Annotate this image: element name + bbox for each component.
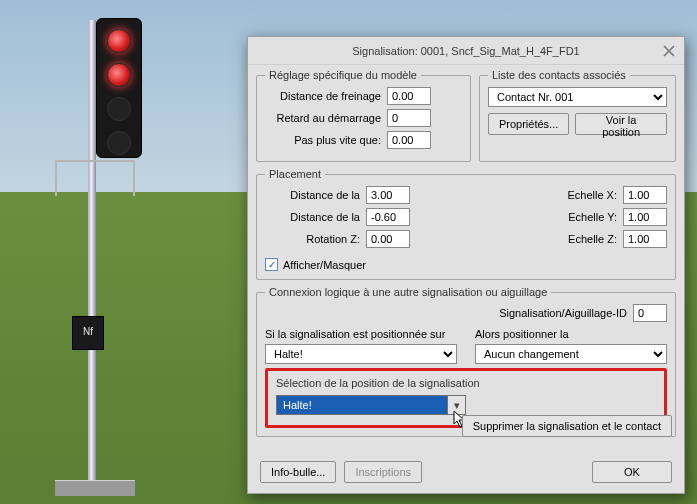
contact-properties-button[interactable]: Propriétés... xyxy=(488,113,569,135)
contacts-select[interactable]: Contact Nr. 001 xyxy=(488,87,667,107)
signal-light-off-1 xyxy=(107,97,131,121)
brake-distance-label: Distance de freinage xyxy=(265,90,381,102)
placement-group: Placement Distance de la Distance de la … xyxy=(256,168,676,280)
model-settings-group: Réglage spécifique du modèle Distance de… xyxy=(256,69,471,162)
chevron-down-icon: ▾ xyxy=(447,396,465,414)
placement-dist2-input[interactable] xyxy=(366,208,410,226)
brake-distance-input[interactable] xyxy=(387,87,431,105)
tooltip-button[interactable]: Info-bulle... xyxy=(260,461,336,483)
scale-z-input[interactable] xyxy=(623,230,667,248)
signal-light-red-1 xyxy=(107,29,131,53)
ok-button[interactable]: OK xyxy=(592,461,672,483)
start-delay-label: Retard au démarrage xyxy=(265,112,381,124)
placement-rotz-input[interactable] xyxy=(366,230,410,248)
placement-legend: Placement xyxy=(265,168,325,180)
connection-legend: Connexion logique à une autre signalisat… xyxy=(265,286,551,298)
placement-rotz-label: Rotation Z: xyxy=(265,233,360,245)
max-speed-label: Pas plus vite que: xyxy=(265,134,381,146)
contacts-group: Liste des contacts associés Contact Nr. … xyxy=(479,69,676,162)
if-positioned-label: Si la signalisation est positionnée sur xyxy=(265,328,457,340)
scale-y-label: Echelle Y: xyxy=(557,211,617,223)
scale-z-label: Echelle Z: xyxy=(557,233,617,245)
then-position-select[interactable]: Aucun changement xyxy=(475,344,667,364)
contact-view-position-button[interactable]: Voir la position xyxy=(575,113,667,135)
position-selection-dropdown[interactable]: Halte! ▾ xyxy=(276,395,466,415)
signal-properties-dialog: Signalisation: 0001, Sncf_Sig_Mat_H_4F_F… xyxy=(247,36,685,494)
scale-x-label: Echelle X: xyxy=(557,189,617,201)
dialog-titlebar: Signalisation: 0001, Sncf_Sig_Mat_H_4F_F… xyxy=(248,37,684,65)
position-selection-value: Halte! xyxy=(283,399,312,411)
signal-base xyxy=(55,480,135,496)
model-legend: Réglage spécifique du modèle xyxy=(265,69,421,81)
placement-dist2-label: Distance de la xyxy=(265,211,360,223)
signal-mast xyxy=(88,20,96,490)
signal-switch-id-label: Signalisation/Aiguillage-ID xyxy=(499,307,627,319)
if-positioned-select[interactable]: Halte! xyxy=(265,344,457,364)
start-delay-input[interactable] xyxy=(387,109,431,127)
selection-legend: Sélection de la position de la signalisa… xyxy=(276,377,656,389)
dialog-title: Signalisation: 0001, Sncf_Sig_Mat_H_4F_F… xyxy=(352,45,579,57)
placement-dist1-input[interactable] xyxy=(366,186,410,204)
show-hide-checkbox[interactable]: ✓ Afficher/Masquer xyxy=(265,258,667,271)
signal-light-off-2 xyxy=(107,131,131,155)
then-position-label: Alors positionner la xyxy=(475,328,667,340)
signal-plate: Nf xyxy=(72,316,104,350)
max-speed-input[interactable] xyxy=(387,131,431,149)
inscriptions-button[interactable]: Inscriptions xyxy=(344,461,422,483)
signal-bracket xyxy=(55,160,135,196)
scale-y-input[interactable] xyxy=(623,208,667,226)
placement-dist1-label: Distance de la xyxy=(265,189,360,201)
close-icon[interactable] xyxy=(660,42,678,60)
checkmark-icon: ✓ xyxy=(265,258,278,271)
show-hide-label: Afficher/Masquer xyxy=(283,259,366,271)
signal-head xyxy=(96,18,142,158)
signal-light-red-2 xyxy=(107,63,131,87)
scale-x-input[interactable] xyxy=(623,186,667,204)
signal-switch-id-input[interactable] xyxy=(633,304,667,322)
delete-signal-contact-button[interactable]: Supprimer la signalisation et le contact xyxy=(462,415,672,437)
contacts-legend: Liste des contacts associés xyxy=(488,69,630,81)
